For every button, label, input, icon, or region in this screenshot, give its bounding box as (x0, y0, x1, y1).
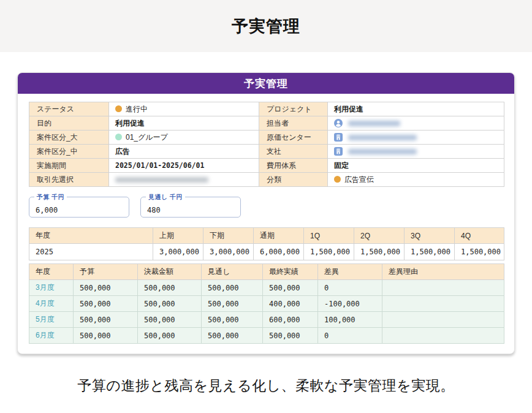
branch-value[interactable] (328, 145, 504, 159)
col-budget: 予算 (74, 264, 138, 280)
col-month: 年度 (29, 264, 74, 280)
category-mid-label: 案件区分_中 (29, 145, 109, 159)
status-label: ステータス (29, 102, 109, 116)
actual-cell: 400,000 (263, 296, 318, 312)
field-row-status-project: ステータス 進行中 プロジェクト 利用促進 (29, 102, 504, 116)
budget-field-label: 予算 千円 (34, 193, 67, 202)
category-mid-value: 広告 (109, 145, 259, 159)
page-title: 予実管理 (232, 15, 300, 37)
field-row-client-classification: 取引先選択 分類 広告宣伝 (29, 173, 504, 187)
status-text: 進行中 (126, 105, 148, 113)
variance-reason-cell (382, 312, 504, 328)
period-label: 実施期間 (29, 159, 109, 173)
col-q4: 4Q (455, 228, 504, 244)
actual-cell: 500,000 (263, 328, 318, 344)
card-header: 予実管理 (18, 73, 514, 94)
approved-cell: 500,000 (138, 296, 202, 312)
redacted-client-text (115, 177, 208, 183)
col-q3: 3Q (405, 228, 455, 244)
category-large-label: 案件区分_大 (29, 131, 109, 145)
monthly-row-may: 5月度 500,000 500,000 500,000 600,000 100,… (29, 312, 504, 328)
redacted-branch-text (348, 149, 417, 154)
annual-data-row: 2025 3,000,000 3,000,000 6,000,000 1,500… (29, 244, 504, 260)
fiscal-year-cell: 2025 (29, 244, 153, 260)
monthly-row-april: 4月度 500,000 500,000 500,000 400,000 -100… (29, 296, 504, 312)
col-q1: 1Q (304, 228, 354, 244)
building-icon (334, 147, 343, 156)
monthly-variance-table: 年度 予算 決裁金額 見通し 最終実績 差異 差異理由 3月度 500,000 … (29, 263, 504, 344)
approved-cell: 500,000 (138, 280, 202, 296)
annual-summary-table: 年度 上期 下期 通期 1Q 2Q 3Q 4Q 2025 3,000,000 3… (29, 227, 504, 260)
field-row-period-costtype: 実施期間 2025/01/01-2025/06/01 費用体系 固定 (29, 159, 504, 173)
annual-header-row: 年度 上期 下期 通期 1Q 2Q 3Q 4Q (29, 228, 504, 244)
q4-cell: 1,500,000 (455, 244, 504, 260)
budget-cell: 500,000 (74, 328, 138, 344)
record-fields-table: ステータス 進行中 プロジェクト 利用促進 目的 利用促進 担当者 案件区分_大… (29, 102, 504, 187)
q3-cell: 1,500,000 (405, 244, 455, 260)
forecast-cell: 500,000 (202, 296, 263, 312)
cost-center-value[interactable] (328, 131, 504, 145)
budget-cell: 500,000 (74, 312, 138, 328)
monthly-header-row: 年度 予算 決裁金額 見通し 最終実績 差異 差異理由 (29, 264, 504, 280)
col-final-actual: 最終実績 (263, 264, 318, 280)
category-large-value[interactable]: 01_グループ (109, 131, 259, 145)
project-value: 利用促進 (328, 102, 504, 116)
branch-label: 支社 (259, 145, 328, 159)
variance-reason-cell (382, 296, 504, 312)
building-icon (334, 133, 343, 142)
field-row-purpose-person: 目的 利用促進 担当者 (29, 116, 504, 131)
monthly-row-june: 6月度 500,000 500,000 500,000 500,000 0 (29, 328, 504, 344)
forecast-cell: 500,000 (202, 312, 263, 328)
purpose-label: 目的 (29, 116, 109, 131)
cost-type-label: 費用体系 (259, 159, 328, 173)
second-half-cell: 3,000,000 (203, 244, 254, 260)
status-dot-icon (115, 105, 122, 112)
budget-cell: 500,000 (74, 296, 138, 312)
classification-value[interactable]: 広告宣伝 (328, 173, 504, 187)
q1-cell: 1,500,000 (304, 244, 354, 260)
person-in-charge-value[interactable] (328, 116, 504, 131)
page-header: 予実管理 (0, 0, 532, 52)
classification-label: 分類 (259, 173, 328, 187)
col-full-year: 通期 (254, 228, 304, 244)
col-variance-reason: 差異理由 (382, 264, 504, 280)
col-fiscal-year: 年度 (29, 228, 153, 244)
inputs-row: 予算 千円 見通し 千円 (29, 197, 503, 218)
budget-field[interactable]: 予算 千円 (29, 197, 129, 218)
category-large-text: 01_グループ (126, 133, 168, 142)
field-row-category-costcenter: 案件区分_大 01_グループ 原価センター (29, 131, 504, 145)
client-select-value[interactable] (109, 173, 259, 187)
month-link[interactable]: 4月度 (29, 296, 74, 312)
variance-cell: 0 (318, 328, 382, 344)
full-year-cell: 6,000,000 (254, 244, 304, 260)
forecast-field-label: 見通し 千円 (146, 193, 185, 202)
approved-cell: 500,000 (138, 312, 202, 328)
client-select-label: 取引先選択 (29, 173, 109, 187)
variance-cell: 100,000 (318, 312, 382, 328)
project-label: プロジェクト (259, 102, 328, 116)
card-body: ステータス 進行中 プロジェクト 利用促進 目的 利用促進 担当者 案件区分_大… (18, 94, 514, 354)
forecast-field[interactable]: 見通し 千円 (140, 197, 241, 218)
variance-cell: -100,000 (318, 296, 382, 312)
classification-dot-icon (334, 176, 341, 183)
period-value: 2025/01/01-2025/06/01 (109, 159, 259, 173)
monthly-row-march: 3月度 500,000 500,000 500,000 500,000 0 (29, 280, 504, 296)
variance-reason-cell (382, 328, 504, 344)
classification-text: 広告宣伝 (344, 175, 374, 184)
variance-reason-cell (382, 280, 504, 296)
field-row-categorymid-branch: 案件区分_中 広告 支社 (29, 145, 504, 159)
q2-cell: 1,500,000 (354, 244, 405, 260)
budget-management-card: 予実管理 ステータス 進行中 プロジェクト 利用促進 目的 利用促進 担当者 (17, 72, 515, 354)
forecast-cell: 500,000 (202, 280, 263, 296)
col-variance: 差異 (318, 264, 382, 280)
person-icon (334, 119, 343, 127)
month-link[interactable]: 3月度 (29, 280, 74, 296)
status-value[interactable]: 進行中 (109, 102, 259, 116)
page-caption: 予算の進捗と残高を見える化し、柔軟な予実管理を実現。 (0, 376, 532, 395)
redacted-person-text (348, 121, 400, 126)
month-link[interactable]: 5月度 (29, 312, 74, 328)
col-first-half: 上期 (153, 228, 203, 244)
first-half-cell: 3,000,000 (153, 244, 203, 260)
month-link[interactable]: 6月度 (29, 328, 74, 344)
purpose-value: 利用促進 (109, 116, 259, 131)
